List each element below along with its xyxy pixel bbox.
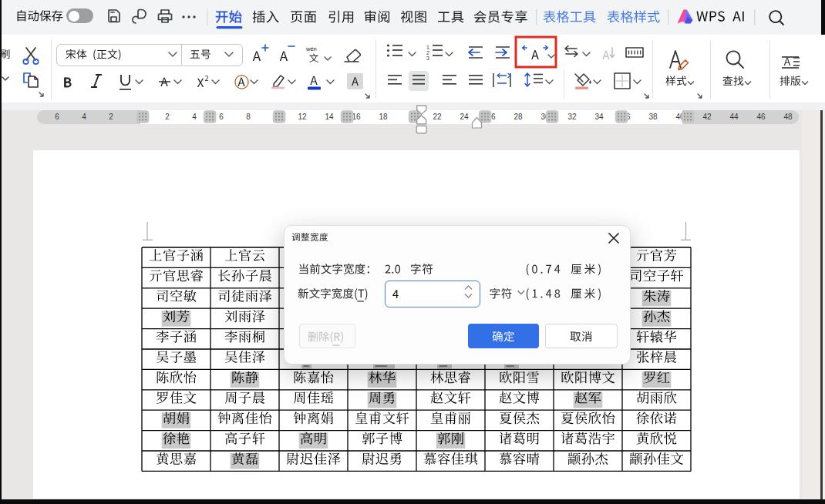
svg-text:3: 3: [426, 55, 429, 61]
svg-text:1: 1: [426, 45, 429, 50]
svg-text:2: 2: [426, 50, 429, 55]
svg-text:wén: wén: [305, 45, 317, 52]
